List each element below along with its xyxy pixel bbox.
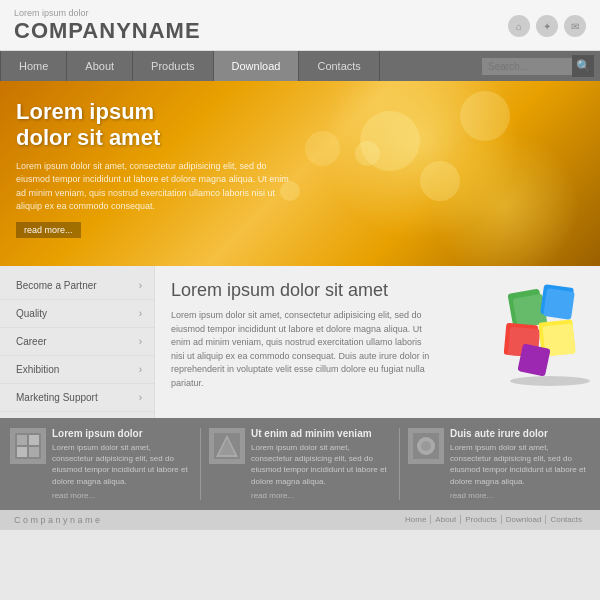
footer-card-title-1: Lorem ipsum dolor (52, 428, 192, 439)
svg-rect-11 (17, 435, 27, 445)
bubble3 (355, 141, 380, 166)
footer-card-1: Lorem ipsum dolor Lorem ipsum dolor sit … (10, 428, 192, 500)
puzzle-svg (490, 276, 600, 386)
chevron-icon: › (139, 308, 142, 319)
bottom-link-products[interactable]: Products (461, 515, 502, 524)
footer-card-2: Ut enim ad minim veniam Lorem ipsum dolo… (209, 428, 391, 500)
bottom-company-name: C o m p a n y n a m e (14, 515, 100, 525)
header-icons: ⌂ ✦ ✉ (508, 15, 586, 37)
bubble6 (305, 131, 340, 166)
bubble2 (420, 161, 460, 201)
nav-products[interactable]: Products (133, 51, 213, 81)
logo-tagline: Lorem ipsum dolor (14, 8, 201, 18)
footer-read-more-2[interactable]: read more... (251, 491, 391, 500)
bottom-link-about[interactable]: About (431, 515, 461, 524)
footer-card-body-3: Duis aute irure dolor Lorem ipsum dolor … (450, 428, 590, 500)
search-area: 🔍 (482, 55, 600, 77)
sidebar-label-partner: Become a Partner (16, 280, 97, 291)
bottom-link-home[interactable]: Home (401, 515, 431, 524)
sidebar-label-marketing: Marketing Support (16, 392, 98, 403)
mail-icon[interactable]: ✉ (564, 15, 586, 37)
footer-card-image-3 (408, 428, 444, 464)
company-name: COMPANYNAME (14, 18, 201, 44)
svg-rect-14 (29, 447, 39, 457)
sidebar-item-partner[interactable]: Become a Partner › (0, 272, 154, 300)
home-icon[interactable]: ⌂ (508, 15, 530, 37)
footer-card-title-3: Duis aute irure dolor (450, 428, 590, 439)
footer-card-body-1: Lorem ipsum dolor Lorem ipsum dolor sit … (52, 428, 192, 500)
svg-rect-3 (543, 288, 575, 320)
navbar: Home About Products Download Contacts 🔍 (0, 51, 600, 81)
hero-read-more[interactable]: read more... (16, 222, 81, 238)
search-button[interactable]: 🔍 (572, 55, 594, 77)
chevron-icon: › (139, 364, 142, 375)
bubble4 (460, 91, 510, 141)
hero-title: Lorem ipsum dolor sit amet (16, 99, 296, 152)
svg-rect-13 (17, 447, 27, 457)
sidebar-label-exhibition: Exhibition (16, 364, 59, 375)
hero-content: Lorem ipsum dolor sit amet Lorem ipsum d… (16, 99, 296, 238)
chevron-icon: › (139, 392, 142, 403)
footer-img-svg-2 (212, 431, 242, 461)
header: Lorem ipsum dolor COMPANYNAME ⌂ ✦ ✉ (0, 0, 600, 51)
nav-about[interactable]: About (67, 51, 133, 81)
footer-card-text-1: Lorem ipsum dolor sit amet, consectetur … (52, 442, 192, 487)
main-content: Lorem ipsum dolor sit amet Lorem ipsum d… (155, 266, 600, 418)
nav-contacts[interactable]: Contacts (299, 51, 379, 81)
bottom-link-contacts[interactable]: Contacts (546, 515, 586, 524)
footer-img-svg-3 (411, 431, 441, 461)
sidebar: Become a Partner › Quality › Career › Ex… (0, 266, 155, 418)
logo-area: Lorem ipsum dolor COMPANYNAME (14, 8, 201, 44)
svg-point-9 (510, 376, 590, 386)
footer-card-image-2 (209, 428, 245, 464)
chevron-icon: › (139, 280, 142, 291)
plus-icon[interactable]: ✦ (536, 15, 558, 37)
bottom-bar: C o m p a n y n a m e Home About Product… (0, 510, 600, 530)
hero-glow2 (430, 131, 580, 266)
nav-download[interactable]: Download (214, 51, 300, 81)
footer-cards: Lorem ipsum dolor Lorem ipsum dolor sit … (0, 418, 600, 510)
footer-card-text-3: Lorem ipsum dolor sit amet, consectetur … (450, 442, 590, 487)
hero-banner: Lorem ipsum dolor sit amet Lorem ipsum d… (0, 81, 600, 266)
chevron-icon: › (139, 336, 142, 347)
footer-divider-1 (200, 428, 201, 500)
sidebar-item-exhibition[interactable]: Exhibition › (0, 356, 154, 384)
bottom-link-download[interactable]: Download (502, 515, 547, 524)
svg-point-20 (421, 441, 431, 451)
svg-rect-12 (29, 435, 39, 445)
nav-home[interactable]: Home (0, 51, 67, 81)
footer-card-text-2: Lorem ipsum dolor sit amet, consectetur … (251, 442, 391, 487)
sidebar-item-quality[interactable]: Quality › (0, 300, 154, 328)
footer-card-image-1 (10, 428, 46, 464)
footer-card-body-2: Ut enim ad minim veniam Lorem ipsum dolo… (251, 428, 391, 500)
bottom-links: Home About Products Download Contacts (401, 515, 586, 524)
svg-rect-8 (517, 343, 550, 376)
footer-read-more-3[interactable]: read more... (450, 491, 590, 500)
footer-card-3: Duis aute irure dolor Lorem ipsum dolor … (408, 428, 590, 500)
middle-section: Become a Partner › Quality › Career › Ex… (0, 266, 600, 418)
footer-divider-2 (399, 428, 400, 500)
search-input[interactable] (482, 58, 572, 75)
content-text: Lorem ipsum dolor sit amet, consectetur … (171, 309, 431, 390)
puzzle-image (490, 276, 590, 376)
footer-card-title-2: Ut enim ad minim veniam (251, 428, 391, 439)
footer-read-more-1[interactable]: read more... (52, 491, 192, 500)
sidebar-item-career[interactable]: Career › (0, 328, 154, 356)
sidebar-label-career: Career (16, 336, 47, 347)
footer-img-svg-1 (13, 431, 43, 461)
sidebar-item-marketing[interactable]: Marketing Support › (0, 384, 154, 412)
hero-text: Lorem ipsum dolor sit amet, consectetur … (16, 160, 296, 214)
sidebar-label-quality: Quality (16, 308, 47, 319)
